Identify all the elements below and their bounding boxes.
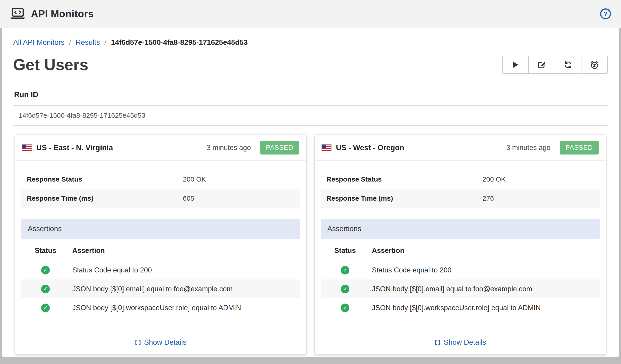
snooze-button[interactable] <box>582 56 608 74</box>
response-summary-table: Response Status 200 OK Response Time (ms… <box>21 170 300 208</box>
status-badge: PASSED <box>260 141 299 154</box>
assertion-text: JSON body [$[0].workspaceUser.role] equa… <box>369 298 600 317</box>
assertion-row: ✓ JSON body [$[0].workspaceUser.role] eq… <box>21 298 300 317</box>
edit-button[interactable] <box>529 56 555 74</box>
run-id-value: 14f6d57e-1500-4fa8-8295-171625e45d53 <box>13 105 608 126</box>
assertions-table: Status Assertion ✓ Status Code equal to … <box>321 241 600 317</box>
app-title: API Monitors <box>31 8 94 19</box>
result-card-footer: Show Details <box>315 331 606 354</box>
response-status-label: Response Status <box>321 170 477 189</box>
region-name: US - West - Oregon <box>336 143 404 152</box>
result-card-header: US - West - Oregon 3 minutes ago PASSED <box>315 135 606 161</box>
assertion-text: Status Code equal to 200 <box>69 261 300 280</box>
region-name: US - East - N. Virginia <box>36 143 113 152</box>
edit-icon <box>537 60 546 69</box>
assertion-row: ✓ JSON body [$[0].email] equal to foo@ex… <box>321 280 600 298</box>
main-panel: All API Monitors / Results / 14f6d57e-15… <box>2 28 619 357</box>
status-column-header: Status <box>321 241 369 261</box>
breadcrumb-separator: / <box>104 38 106 47</box>
check-circle-icon: ✓ <box>341 304 349 312</box>
monitor-actions <box>502 56 608 74</box>
assertions-table: Status Assertion ✓ Status Code equal to … <box>21 241 300 317</box>
laptop-code-icon <box>10 8 25 20</box>
result-card-footer: Show Details <box>15 331 306 354</box>
breadcrumb: All API Monitors / Results / 14f6d57e-15… <box>13 28 608 47</box>
result-card-us-east: US - East - N. Virginia 3 minutes ago PA… <box>15 135 306 354</box>
assertion-row: ✓ JSON body [$[0].email] equal to foo@ex… <box>21 280 300 298</box>
status-badge: PASSED <box>560 141 599 154</box>
check-circle-icon: ✓ <box>341 266 349 274</box>
assertion-text: Status Code equal to 200 <box>369 261 600 280</box>
result-card-body: Response Status 200 OK Response Time (ms… <box>315 161 606 331</box>
breadcrumb-results[interactable]: Results <box>76 38 100 47</box>
result-cards: US - East - N. Virginia 3 minutes ago PA… <box>13 135 608 354</box>
assertions-header: Assertions <box>321 219 600 239</box>
assertion-text: JSON body [$[0].email] equal to foo@exam… <box>369 280 600 298</box>
check-circle-icon: ✓ <box>41 266 50 274</box>
check-circle-icon: ✓ <box>41 304 50 312</box>
refresh-icon <box>564 61 572 69</box>
response-status-value: 200 OK <box>177 170 300 189</box>
response-time-label: Response Time (ms) <box>21 189 177 208</box>
table-row: Response Time (ms) 605 <box>21 189 300 208</box>
response-time-label: Response Time (ms) <box>321 189 477 208</box>
run-id-section: Run ID 14f6d57e-1500-4fa8-8295-171625e45… <box>13 90 608 126</box>
page-title: Get Users <box>13 56 88 74</box>
breadcrumb-all-api-monitors[interactable]: All API Monitors <box>13 38 65 47</box>
check-circle-icon: ✓ <box>341 285 349 293</box>
run-time-ago: 3 minutes ago <box>207 144 251 152</box>
response-time-value: 276 <box>477 189 600 208</box>
refresh-button[interactable] <box>555 56 582 74</box>
result-card-us-west: US - West - Oregon 3 minutes ago PASSED … <box>315 135 606 354</box>
snooze-icon <box>590 60 599 69</box>
breadcrumb-run-id: 14f6d57e-1500-4fa8-8295-171625e45d53 <box>111 38 247 47</box>
breadcrumb-separator: / <box>69 38 71 47</box>
title-row: Get Users <box>13 56 608 74</box>
run-now-button[interactable] <box>502 56 529 74</box>
assertion-row: ✓ Status Code equal to 200 <box>21 261 300 280</box>
show-details-label: Show Details <box>144 338 187 347</box>
app-header: API Monitors ? <box>0 0 621 28</box>
status-column-header: Status <box>21 241 69 261</box>
show-details-label: Show Details <box>444 338 486 347</box>
help-icon[interactable]: ? <box>600 8 611 19</box>
result-card-header: US - East - N. Virginia 3 minutes ago PA… <box>15 135 306 161</box>
brand: API Monitors <box>10 8 94 20</box>
response-status-label: Response Status <box>21 170 177 189</box>
expand-icon <box>135 339 141 346</box>
table-row: Response Time (ms) 276 <box>321 189 600 208</box>
assertions-header: Assertions <box>21 219 300 239</box>
run-id-label: Run ID <box>14 90 608 99</box>
assertion-text: JSON body [$[0].email] equal to foo@exam… <box>69 280 300 298</box>
us-flag-icon <box>22 145 32 151</box>
expand-icon <box>435 339 441 346</box>
assertion-column-header: Assertion <box>69 241 300 261</box>
show-details-link[interactable]: Show Details <box>435 338 486 347</box>
result-card-body: Response Status 200 OK Response Time (ms… <box>15 161 306 331</box>
table-row: Response Status 200 OK <box>321 170 600 189</box>
assertion-row: ✓ Status Code equal to 200 <box>321 261 600 280</box>
assertion-text: JSON body [$[0].workspaceUser.role] equa… <box>69 298 300 317</box>
assertion-column-header: Assertion <box>369 241 600 261</box>
response-summary-table: Response Status 200 OK Response Time (ms… <box>321 170 600 208</box>
response-status-value: 200 OK <box>477 170 600 189</box>
app-root: API Monitors ? All API Monitors / Result… <box>0 0 621 364</box>
us-flag-icon <box>322 145 331 151</box>
check-circle-icon: ✓ <box>41 285 50 293</box>
show-details-link[interactable]: Show Details <box>135 338 187 347</box>
assertion-row: ✓ JSON body [$[0].workspaceUser.role] eq… <box>321 298 600 317</box>
run-time-ago: 3 minutes ago <box>506 144 551 152</box>
play-icon <box>512 61 519 68</box>
table-row: Response Status 200 OK <box>21 170 300 189</box>
response-time-value: 605 <box>177 189 300 208</box>
